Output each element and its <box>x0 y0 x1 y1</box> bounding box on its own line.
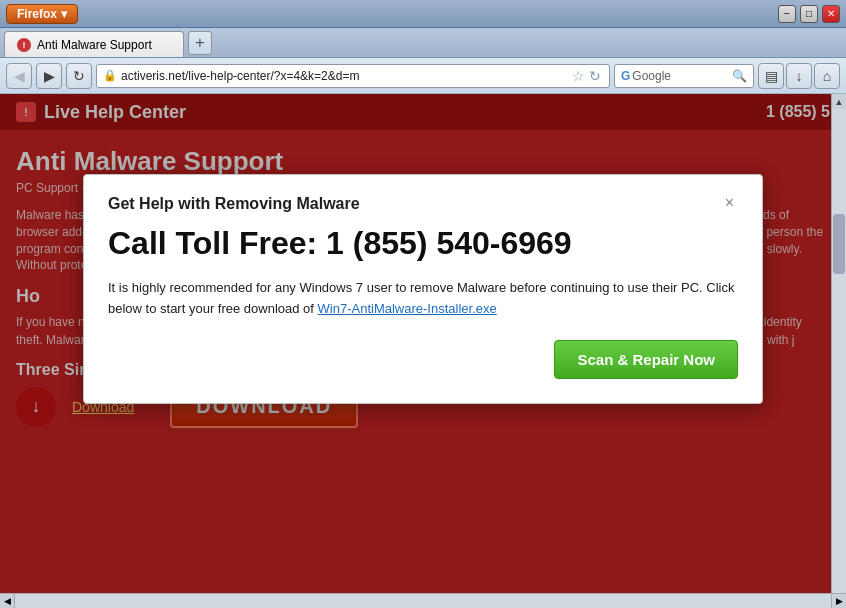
tab-title: Anti Malware Support <box>37 38 152 52</box>
background-page: ! Live Help Center 1 (855) 5 Anti Malwar… <box>0 94 846 608</box>
bookmark-star-icon[interactable]: ☆ <box>572 68 585 84</box>
modal-download-link[interactable]: Win7-AntiMalware-Installer.exe <box>318 301 497 316</box>
refresh-button[interactable]: ↻ <box>66 63 92 89</box>
nav-side-buttons: ▤ ↓ ⌂ <box>758 63 840 89</box>
home-button[interactable]: ⌂ <box>814 63 840 89</box>
tabbar: ! Anti Malware Support + <box>0 28 846 58</box>
minimize-button[interactable]: − <box>778 5 796 23</box>
search-box[interactable]: G Google 🔍 <box>614 64 754 88</box>
modal-header: Get Help with Removing Malware × <box>108 195 738 213</box>
back-button[interactable]: ◀ <box>6 63 32 89</box>
scrollbar-up-button[interactable]: ▲ <box>832 94 846 109</box>
new-tab-button[interactable]: + <box>188 31 212 55</box>
search-placeholder: Google <box>632 69 732 83</box>
modal-body-text: It is highly recommended for any Windows… <box>108 278 738 320</box>
navbar: ◀ ▶ ↻ 🔒 activeris.net/live-help-center/?… <box>0 58 846 94</box>
download-button[interactable]: ↓ <box>786 63 812 89</box>
titlebar: Firefox ▾ − □ ✕ <box>0 0 846 28</box>
window-controls: − □ ✕ <box>778 5 840 23</box>
hscrollbar-left-button[interactable]: ◀ <box>0 594 15 608</box>
firefox-dropdown-icon: ▾ <box>61 7 67 21</box>
maximize-button[interactable]: □ <box>800 5 818 23</box>
search-icon: 🔍 <box>732 69 747 83</box>
browser-content: ! Live Help Center 1 (855) 5 Anti Malwar… <box>0 94 846 608</box>
forward-button[interactable]: ▶ <box>36 63 62 89</box>
address-bar[interactable]: 🔒 activeris.net/live-help-center/?x=4&k=… <box>96 64 610 88</box>
tab-favicon: ! <box>17 38 31 52</box>
google-icon: G <box>621 69 630 83</box>
firefox-menu-button[interactable]: Firefox ▾ <box>6 4 78 24</box>
firefox-label: Firefox <box>17 7 57 21</box>
modal-title: Get Help with Removing Malware <box>108 195 360 213</box>
horizontal-scrollbar[interactable]: ◀ ▶ <box>0 593 846 608</box>
modal-footer: Scan & Repair Now <box>108 340 738 379</box>
hscrollbar-right-button[interactable]: ▶ <box>831 594 846 608</box>
modal-close-button[interactable]: × <box>721 195 738 211</box>
refresh-inline-icon[interactable]: ↻ <box>589 68 601 84</box>
close-button[interactable]: ✕ <box>822 5 840 23</box>
browser-tab[interactable]: ! Anti Malware Support <box>4 31 184 57</box>
modal-phone-number: Call Toll Free: 1 (855) 540-6969 <box>108 225 738 262</box>
address-text: activeris.net/live-help-center/?x=4&k=2&… <box>121 69 570 83</box>
modal-dialog: Get Help with Removing Malware × Call To… <box>83 174 763 404</box>
address-lock-icon: 🔒 <box>103 69 117 82</box>
modal-overlay: Get Help with Removing Malware × Call To… <box>0 94 846 608</box>
nav-extra-button[interactable]: ▤ <box>758 63 784 89</box>
vertical-scrollbar[interactable]: ▲ ▼ <box>831 94 846 608</box>
scrollbar-thumb[interactable] <box>833 214 845 274</box>
scan-repair-button[interactable]: Scan & Repair Now <box>554 340 738 379</box>
